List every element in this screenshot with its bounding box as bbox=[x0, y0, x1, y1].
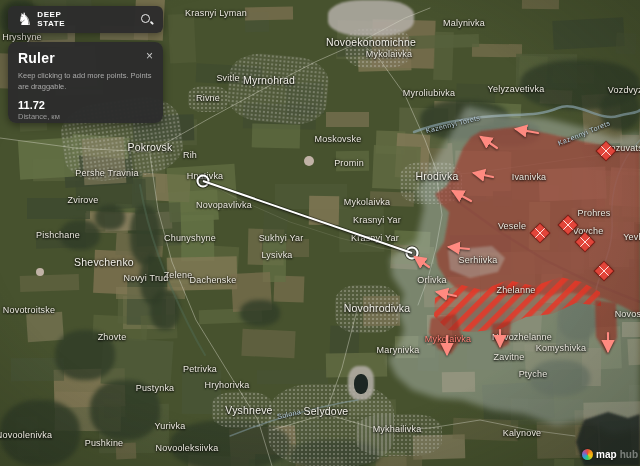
ruler-close-button[interactable]: × bbox=[146, 50, 153, 62]
ruler-panel: Ruler × Keep clicking to add more points… bbox=[8, 42, 163, 123]
attack-arrow-icon bbox=[437, 292, 456, 296]
search-button[interactable] bbox=[140, 13, 154, 27]
knight-icon: ♞ bbox=[17, 11, 32, 28]
attack-arrow-icon bbox=[453, 191, 471, 201]
deepstate-logo: DEEP STATE bbox=[37, 11, 65, 29]
attack-arrow-icon bbox=[415, 257, 429, 267]
search-icon bbox=[141, 14, 150, 23]
ruler-distance-value: 11.72 bbox=[18, 99, 153, 111]
attack-arrow-icon bbox=[481, 137, 497, 148]
ruler-line bbox=[203, 181, 412, 253]
maphub-logo-icon bbox=[582, 449, 593, 460]
attack-arrow-icon bbox=[449, 247, 469, 249]
logo-line-2: STATE bbox=[37, 20, 65, 29]
app-header: ♞ DEEP STATE bbox=[8, 6, 163, 33]
map-watermark: map hub bbox=[582, 449, 638, 460]
map-canvas[interactable]: HryshyneKrasnyi LymanMalynivkaNovoekonom… bbox=[0, 0, 640, 466]
ruler-panel-title: Ruler bbox=[18, 50, 55, 66]
attack-arrow-icon bbox=[516, 129, 538, 133]
watermark-text: map bbox=[596, 449, 617, 460]
ruler-distance-label: Distance, км bbox=[18, 112, 153, 121]
attack-arrow-icon bbox=[474, 173, 493, 177]
ruler-description: Keep clicking to add more points. Points… bbox=[18, 71, 153, 93]
